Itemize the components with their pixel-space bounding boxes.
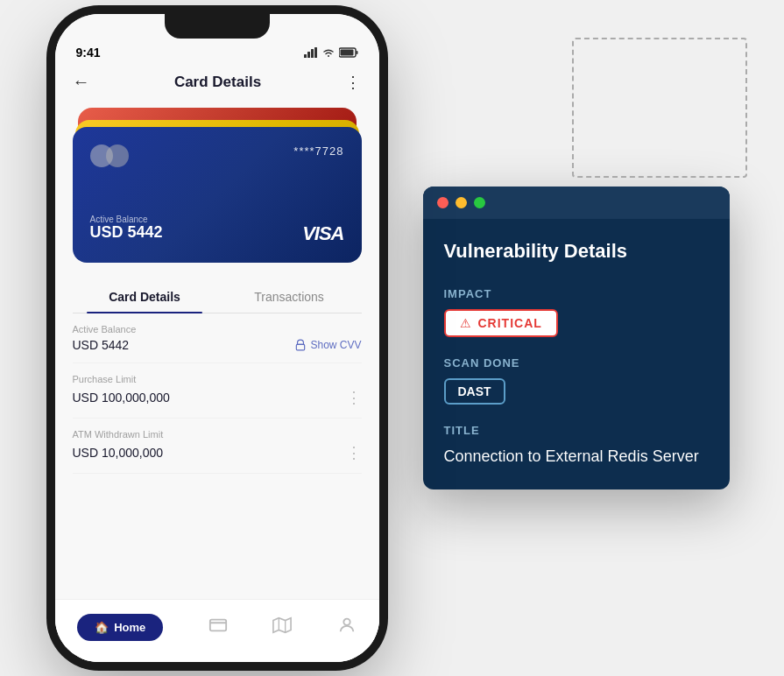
traffic-light-minimize[interactable] <box>456 197 467 208</box>
svg-rect-5 <box>356 51 357 54</box>
svg-rect-8 <box>210 620 226 631</box>
detail-value-atm: USD 10,000,000 <box>73 446 164 460</box>
status-time: 9:41 <box>76 46 101 60</box>
wifi-icon <box>321 47 335 58</box>
header-title: Card Details <box>174 74 261 91</box>
vulnerability-panel: Vulnerability Details IMPACT ⚠ CRITICAL … <box>423 187 730 489</box>
critical-badge: ⚠ CRITICAL <box>444 309 558 337</box>
panel-titlebar <box>423 187 730 219</box>
more-button[interactable]: ⋮ <box>345 73 361 92</box>
card-number-blue: ****7728 <box>293 144 343 158</box>
traffic-light-close[interactable] <box>437 197 449 208</box>
detail-item-balance: Active Balance USD 5442 Show CVV <box>73 313 362 363</box>
svg-marker-10 <box>273 618 291 633</box>
scene: 9:41 <box>0 0 784 676</box>
svg-point-13 <box>343 619 350 625</box>
detail-value-balance: USD 5442 <box>73 338 130 352</box>
detail-label-balance: Active Balance <box>73 324 362 334</box>
svg-rect-7 <box>297 344 305 349</box>
nav-profile-button[interactable] <box>337 616 357 639</box>
svg-rect-6 <box>340 50 353 56</box>
visa-logo: VISA <box>302 222 343 245</box>
impact-label: IMPACT <box>444 287 709 300</box>
vuln-panel-wrapper: Vulnerability Details IMPACT ⚠ CRITICAL … <box>423 187 730 489</box>
signal-icon <box>304 47 318 58</box>
mastercard-logo-blue <box>90 144 129 167</box>
details-list: Active Balance USD 5442 Show CVV Purchas… <box>55 313 379 474</box>
nav-home-button[interactable]: 🏠 Home <box>77 614 163 641</box>
back-button[interactable]: ← <box>73 72 90 92</box>
cards-icon <box>208 616 228 635</box>
panel-title: Vulnerability Details <box>444 240 709 263</box>
svg-rect-2 <box>311 49 314 58</box>
app-header: ← Card Details ⋮ <box>55 63 379 101</box>
profile-icon <box>337 616 357 635</box>
home-icon: 🏠 <box>95 621 109 634</box>
detail-item-atm-limit: ATM Withdrawn Limit USD 10,000,000 ⋮ <box>73 419 362 474</box>
detail-label-purchase: Purchase Limit <box>73 374 362 384</box>
phone-notch <box>165 14 270 39</box>
title-label: TITLE <box>444 424 709 437</box>
status-bar: 9:41 <box>55 39 379 63</box>
warning-icon: ⚠ <box>460 316 471 330</box>
battery-icon <box>339 47 358 58</box>
more-button-atm[interactable]: ⋮ <box>346 443 362 462</box>
traffic-light-maximize[interactable] <box>474 197 485 208</box>
tab-card-details[interactable]: Card Details <box>73 281 217 313</box>
svg-rect-1 <box>307 52 310 58</box>
map-icon <box>272 616 292 635</box>
title-value: Connection to External Redis Server <box>444 446 709 468</box>
more-button-purchase[interactable]: ⋮ <box>346 388 362 407</box>
nav-map-button[interactable] <box>272 616 292 639</box>
detail-label-atm: ATM Withdrawn Limit <box>73 429 362 440</box>
scan-done-label: SCAN DONE <box>444 356 709 370</box>
detail-value-purchase: USD 100,000,000 <box>73 391 170 405</box>
card-blue[interactable]: ****7728 Active Balance USD 5442 VISA <box>73 127 362 263</box>
cards-container: ****1098 ****3347 ****7728 <box>73 108 362 265</box>
bottom-nav: 🏠 Home <box>55 599 379 662</box>
svg-rect-3 <box>314 47 317 58</box>
phone-screen: 9:41 <box>55 14 379 662</box>
dashed-connector <box>572 38 747 178</box>
detail-item-purchase-limit: Purchase Limit USD 100,000,000 ⋮ <box>73 363 362 419</box>
phone-mockup: 9:41 <box>55 14 379 662</box>
critical-text: CRITICAL <box>478 316 542 330</box>
panel-body: Vulnerability Details IMPACT ⚠ CRITICAL … <box>423 219 730 489</box>
dast-badge: DAST <box>444 378 505 405</box>
lock-icon <box>294 339 307 351</box>
svg-rect-0 <box>304 54 307 58</box>
tab-bar: Card Details Transactions <box>73 281 362 313</box>
card-balance-value: USD 5442 <box>90 223 163 242</box>
show-cvv-button[interactable]: Show CVV <box>294 339 361 351</box>
tab-transactions[interactable]: Transactions <box>217 281 362 313</box>
status-icons <box>304 47 358 58</box>
nav-cards-button[interactable] <box>208 616 228 639</box>
